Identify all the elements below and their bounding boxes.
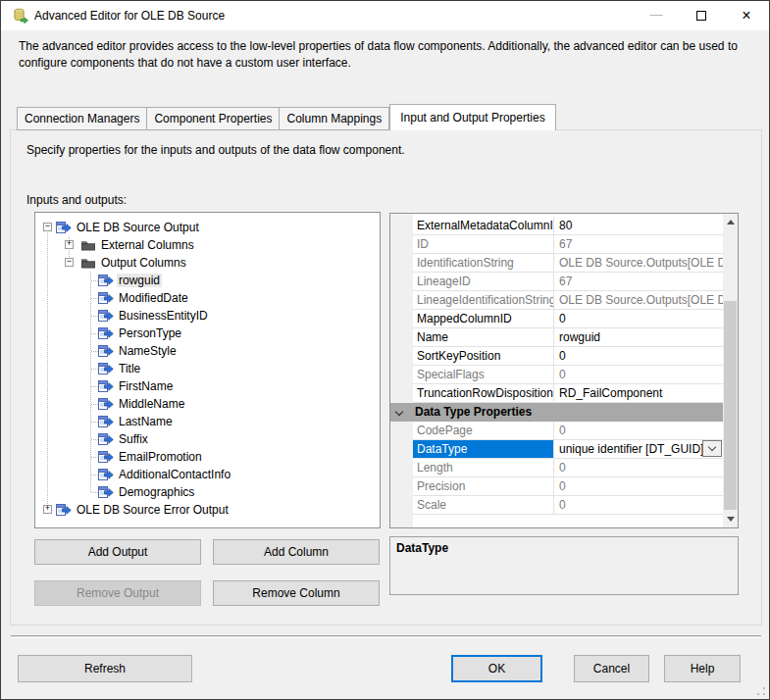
dropdown-button[interactable]	[702, 440, 722, 457]
property-value[interactable]: 67	[554, 273, 723, 291]
chevron-up-icon	[727, 220, 735, 225]
property-row-scale[interactable]: Scale0	[390, 496, 723, 515]
cancel-button[interactable]: Cancel	[574, 655, 649, 682]
tab-component-properties[interactable]: Component Properties	[147, 107, 280, 130]
tree-item-namestyle[interactable]: NameStyle	[35, 342, 380, 360]
property-grid[interactable]: ExternalMetadataColumnID80ID67Identifica…	[389, 213, 739, 528]
tree-item-label: Suffix	[117, 432, 150, 446]
property-value[interactable]: rowguid	[554, 328, 723, 347]
property-row-length[interactable]: Length0	[390, 459, 723, 477]
property-row-identificationstring[interactable]: IdentificationStringOLE DB Source.Output…	[390, 254, 723, 273]
help-button[interactable]: Help	[664, 655, 741, 682]
scrollbar-up-button[interactable]	[723, 214, 738, 230]
tab-column-mappings[interactable]: Column Mappings	[280, 107, 389, 130]
window-title: Advanced Editor for OLE DB Source	[34, 9, 225, 23]
tree-connector-line	[91, 316, 98, 317]
resize-grip[interactable]	[756, 686, 766, 696]
inputs-outputs-tree[interactable]: −OLE DB Source Output+External Columns−O…	[34, 212, 381, 528]
tree-item-emailpromotion[interactable]: EmailPromotion	[35, 448, 380, 466]
row-gutter	[390, 291, 413, 310]
collapse-icon[interactable]: −	[65, 258, 74, 267]
property-description-title: DataType	[390, 537, 738, 555]
add-column-button[interactable]: Add Column	[213, 539, 380, 565]
property-value[interactable]: 80	[554, 217, 723, 235]
property-name: ExternalMetadataColumnID	[413, 217, 554, 235]
property-name: TruncationRowDisposition	[413, 384, 554, 403]
tree-item-suffix[interactable]: Suffix	[35, 430, 380, 448]
expand-icon[interactable]: +	[43, 505, 52, 514]
tree-item-label: EmailPromotion	[117, 450, 204, 464]
expand-icon[interactable]: +	[65, 240, 74, 249]
tree-item-modifieddate[interactable]: ModifiedDate	[35, 289, 380, 307]
collapse-icon[interactable]: −	[43, 223, 52, 231]
property-row-datatype[interactable]: DataTypeunique identifier [DT_GUID]	[390, 440, 723, 459]
property-row-name[interactable]: Namerowguid	[390, 328, 723, 347]
property-value[interactable]: 0	[554, 477, 723, 496]
property-value[interactable]: 0	[554, 310, 723, 328]
property-name: Length	[413, 459, 554, 477]
tree-connector-line	[91, 422, 98, 423]
maximize-button[interactable]	[679, 1, 724, 30]
tab-connection-managers[interactable]: Connection Managers	[17, 107, 147, 130]
property-value[interactable]: 0	[554, 347, 723, 366]
property-row-precision[interactable]: Precision0	[390, 477, 723, 496]
property-row-mappedcolumnid[interactable]: MappedColumnID0	[390, 310, 723, 328]
remove-output-button: Remove Output	[34, 580, 201, 606]
tree-item-label: AdditionalContactInfo	[117, 468, 232, 481]
scrollbar-down-button[interactable]	[723, 511, 738, 527]
property-row-codepage[interactable]: CodePage0	[390, 422, 723, 440]
tree-item-persontype[interactable]: PersonType	[35, 325, 380, 342]
property-row-externalmetadatacolumnid[interactable]: ExternalMetadataColumnID80	[390, 217, 723, 235]
tree-item-businessentityid[interactable]: BusinessEntityID	[35, 307, 380, 325]
property-value[interactable]: OLE DB Source.Outputs[OLE DB Source Outp…	[554, 254, 723, 273]
tree-item-rowguid[interactable]: rowguid	[35, 272, 380, 289]
remove-column-button[interactable]: Remove Column	[213, 580, 380, 606]
row-gutter	[390, 310, 413, 328]
tree-connector-line	[91, 280, 98, 281]
property-value[interactable]: 0	[554, 459, 723, 477]
category-label: Data Type Properties	[390, 403, 532, 422]
ok-button[interactable]: OK	[451, 655, 542, 682]
tree-item-lastname[interactable]: LastName	[35, 413, 380, 430]
tree-item-ole-db-source-error-output[interactable]: +OLE DB Source Error Output	[35, 501, 380, 519]
property-value[interactable]: 67	[554, 235, 723, 254]
tree-item-title[interactable]: Title	[35, 360, 380, 377]
property-value[interactable]: unique identifier [DT_GUID]	[554, 440, 723, 459]
add-output-button[interactable]: Add Output	[34, 539, 201, 565]
property-value[interactable]: RD_FailComponent	[554, 384, 723, 403]
database-export-icon	[13, 8, 28, 24]
row-gutter	[390, 422, 413, 440]
tree-item-firstname[interactable]: FirstName	[35, 377, 380, 395]
property-value[interactable]: 0	[554, 496, 723, 515]
titlebar[interactable]: Advanced Editor for OLE DB Source — ×	[1, 1, 769, 30]
property-row-truncationrowdisposition[interactable]: TruncationRowDispositionRD_FailComponent	[390, 384, 723, 403]
tab-input-and-output-properties[interactable]: Input and Output Properties	[389, 104, 555, 130]
tree-item-external-columns[interactable]: +External Columns	[35, 236, 380, 254]
refresh-button[interactable]: Refresh	[18, 655, 192, 682]
property-value[interactable]: 0	[554, 422, 723, 440]
tree-connector-line	[91, 404, 98, 405]
property-row-lineageid[interactable]: LineageID67	[390, 273, 723, 291]
tree-item-output-columns[interactable]: −Output Columns	[35, 254, 380, 272]
tree-item-demographics[interactable]: Demographics	[35, 483, 380, 501]
property-value[interactable]: OLE DB Source.Outputs[OLE DB Source Outp…	[554, 291, 723, 310]
minimize-icon: —	[650, 7, 663, 22]
property-value[interactable]: 0	[554, 366, 723, 384]
close-button[interactable]: ×	[724, 1, 769, 30]
scrollbar-thumb[interactable]	[724, 301, 737, 510]
category-row-data-type-properties[interactable]: Data Type Properties	[390, 403, 723, 422]
output-column-icon	[98, 378, 114, 394]
property-row-lineageidentificationstring[interactable]: LineageIdentificationStringOLE DB Source…	[390, 291, 723, 310]
property-grid-scrollbar[interactable]	[723, 214, 738, 527]
tree-connector-line	[91, 492, 98, 493]
tree-item-middlename[interactable]: MiddleName	[35, 395, 380, 413]
tree-item-additionalcontactinfo[interactable]: AdditionalContactInfo	[35, 466, 380, 483]
property-row-sortkeyposition[interactable]: SortKeyPosition0	[390, 347, 723, 366]
property-row-specialflags[interactable]: SpecialFlags0	[390, 366, 723, 384]
caption-buttons: — ×	[634, 1, 769, 30]
property-row-id[interactable]: ID67	[390, 235, 723, 254]
output-icon	[56, 220, 72, 235]
property-description-panel: DataType	[389, 536, 739, 595]
tree-item-ole-db-source-output[interactable]: −OLE DB Source Output	[35, 219, 380, 236]
row-gutter	[390, 384, 413, 403]
